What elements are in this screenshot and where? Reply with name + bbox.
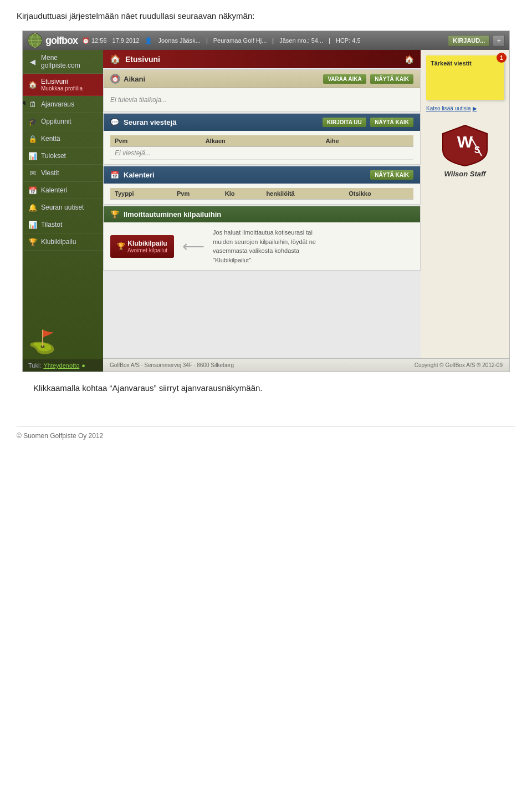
page-copyright: © Suomen Golfpiste Oy 2012 [17,426,515,440]
club-name: Peuramaa Golf Hj... [213,37,267,44]
wilson-logo-svg: W S [437,123,493,167]
tilastot-icon: 📊 [28,220,37,229]
kilpailu-btn-sub: Avoimet kilpailut [127,247,167,253]
kalenteri-icon: 📅 [28,186,37,195]
sidebar-item-tulokset[interactable]: 📊 Tulokset [23,148,103,165]
sticky-badge: 1 [497,53,507,63]
golfpiste-icon: ◀ [28,57,37,66]
member-no: Jäsen nro.: 54... [279,37,323,44]
kilpailu-box: 🏆 Klubikilpailu Avoimet kilpailut ⟵ Jos … [104,222,420,270]
etusivuni-sub: Muokkaa profiilia [41,85,83,92]
ajanvaraus-icon: 🗓 [28,100,37,109]
viesteja-body: Pvm Alkaen Aihe Ei viestejä... [104,131,420,164]
katso-text: Katso lisää uutisia [426,105,471,111]
varaa-aika-button[interactable]: VARAA AIKA [323,74,366,84]
top-bar-info: ⏰ 12:56 17.9.2012 👤 Joonas Jääsk... | Pe… [82,37,443,44]
kirjoita-button[interactable]: KIRJOITA UU [323,118,366,127]
aikani-section: ⏰ Aikani VARAA AIKA NÄYTÄ KAIK Ei tulevi… [103,69,421,112]
viesteja-header-left: 💬 Seuran viestejä [110,118,176,126]
col-aihe: Aihe [321,135,413,147]
trophy-small-icon: 🏆 [117,242,125,250]
viesteja-buttons: KIRJOITA UU NÄYTÄ KAIK [320,118,413,127]
home-icon-right: 🏠 [405,55,414,64]
ilmoittautuminen-title: Ilmoittautuminen kilpailuihin [124,210,221,218]
sticky-note: 1 Tärkeät viestit [426,55,504,100]
sidebar-item-klubikilpailu[interactable]: 🏆 Klubikilpailu [23,233,103,251]
footer: GolfBox A/S · Sensommervej 34F · 8600 Si… [103,358,509,372]
viesteja-no-data: Ei viestejä... [110,147,413,160]
viesteja-header: 💬 Seuran viestejä KIRJOITA UU NÄYTÄ KAIK [104,114,420,131]
copyright-text: © Suomen Golfpiste Oy 2012 [17,432,103,440]
sidebar: ◀ Mene golfpiste.com 🏠 Etusivuni Muokkaa… [23,50,103,372]
main-layout: ◀ Mene golfpiste.com 🏠 Etusivuni Muokkaa… [23,50,509,372]
kalenteri-body: Tyyppi Pvm Klo henkilöitä Otsikko [104,184,420,204]
kilpailu-desc: Jos haluat ilmoittautua kotiseurasi tai … [213,228,324,265]
tuki-link[interactable]: Yhteydenotto [43,362,79,369]
plus-button[interactable]: + [493,35,505,47]
content-right-wrapper: 🏠 Etusivuni 🏠 ⏰ Aikani [103,50,509,372]
top-bar-right: KIRJAUD... + [448,35,505,47]
tulokset-label: Tulokset [41,152,66,160]
klubikilpailu-icon: 🏆 [28,237,37,246]
bottom-caption: Klikkaamalla kohtaa “Ajanvaraus” siirryt… [33,383,515,393]
kalenteri-label: Kalenteri [41,186,67,194]
col-pvm: Pvm [110,135,201,147]
kirjaud-button[interactable]: KIRJAUD... [448,35,490,47]
nayta-kaik-button-kalenteri[interactable]: NÄYTÄ KAIK [370,170,413,180]
viesteja-icon: 💬 [110,118,119,126]
tulokset-icon: 📊 [28,151,37,160]
wilson-area: W S Wilson Staff [426,123,504,178]
content-area: 🏠 Etusivuni 🏠 ⏰ Aikani [103,50,421,358]
etusivuni-header: 🏠 Etusivuni 🏠 [103,50,421,68]
intro-text: Kirjauduttuasi järjestelmään näet ruudul… [17,11,515,21]
nayta-kaik-button-aikani[interactable]: NÄYTÄ KAIK [370,74,413,84]
oppitunnit-label: Oppitunnit [41,118,71,125]
screenshot-container: golfbox ⏰ 12:56 17.9.2012 👤 Joonas Jääsk… [22,30,510,372]
kilpailu-btn-inner: 🏆 Klubikilpailu Avoimet kilpailut [117,240,167,253]
tuki-dot: ● [81,362,85,369]
kilpailu-btn-texts: Klubikilpailu Avoimet kilpailut [127,240,167,253]
globe-icon [27,33,43,48]
tuki-area: Tuki: Yhteydenotto ● [23,359,103,372]
kilpailu-arrow: ⟵ [182,237,204,256]
divider3: | [329,37,330,44]
aikani-clock-icon: ⏰ [110,74,120,84]
top-bar: golfbox ⏰ 12:56 17.9.2012 👤 Joonas Jääsk… [23,31,509,50]
etusivuni-title: Etusivuni [125,55,160,64]
sidebar-item-viestit[interactable]: ✉ Viestit [23,165,103,182]
ajanvaraus-label: Ajanvaraus [41,100,74,108]
kalenteri-header: 📅 Kalenteri NÄYTÄ KAIK [104,166,420,184]
etusivuni-header-left: 🏠 Etusivuni [110,54,160,64]
hcp: HCP: 4,5 [336,37,361,44]
aikani-header: ⏰ Aikani VARAA AIKA NÄYTÄ KAIK [104,70,420,88]
kal-col-klo: Klo [221,188,262,200]
oppitunnit-icon: 🎓 [28,117,37,126]
content-right-inner: 🏠 Etusivuni 🏠 ⏰ Aikani [103,50,509,358]
footer-right: Copyright © GolfBox A/S ® 2012-09 [415,362,503,368]
klubikilpailu-label: Klubikilpailu [41,238,76,246]
sidebar-item-seuran-uutiset[interactable]: 🔔 Seuran uutiset [23,199,103,216]
kalenteri-icon: 📅 [110,171,119,179]
kentta-label: Kenttä [41,135,60,143]
sidebar-item-ajanvaraus[interactable]: ↗ 🗓 Ajanvaraus [23,96,103,113]
ilmoittautuminen-header: 🏆 Ilmoittautuminen kilpailuihin [104,206,420,222]
logo-area: golfbox [27,33,78,48]
klubikilpailu-button[interactable]: 🏆 Klubikilpailu Avoimet kilpailut [110,235,174,258]
home-header-icon: 🏠 [110,54,121,64]
kentta-icon: 🔒 [28,134,37,143]
sidebar-item-oppitunnit[interactable]: 🎓 Oppitunnit [23,113,103,130]
sidebar-item-kalenteri[interactable]: 📅 Kalenteri [23,182,103,199]
sticky-wrapper: 1 Tärkeät viestit [421,50,509,105]
nayta-kaik-button-viesteja[interactable]: NÄYTÄ KAIK [370,118,413,127]
sidebar-item-etusivuni[interactable]: 🏠 Etusivuni Muokkaa profiilia [23,74,103,96]
kalenteri-table: Tyyppi Pvm Klo henkilöitä Otsikko [110,188,413,200]
user-name: Joonas Jääsk... [158,37,200,44]
viesteja-table: Pvm Alkaen Aihe Ei viestejä... [110,135,413,160]
svg-text:W: W [457,133,473,151]
aikani-no-data: Ei tulevia tiiaikoja... [110,93,413,107]
divider1: | [206,37,208,44]
katso-link[interactable]: Katso lisää uutisia ▶ [421,105,509,111]
sidebar-item-kentta[interactable]: 🔒 Kenttä [23,130,103,148]
sidebar-item-tilastot[interactable]: 📊 Tilastot [23,216,103,233]
sidebar-item-golfpiste[interactable]: ◀ Mene golfpiste.com [23,50,103,74]
